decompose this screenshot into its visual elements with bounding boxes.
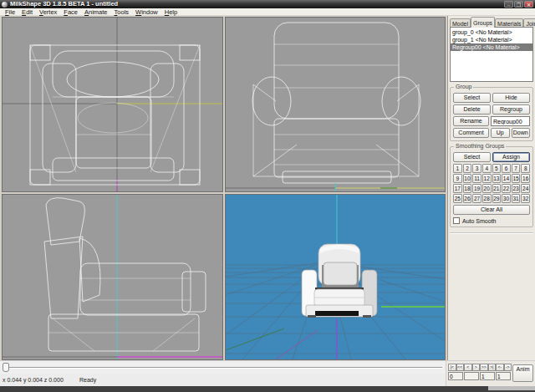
- group-list-item[interactable]: group_0 <No Material>: [451, 28, 532, 36]
- menu-edit[interactable]: Edit: [18, 8, 36, 16]
- frame-field-2[interactable]: [480, 372, 495, 380]
- group-comment-button[interactable]: Comment: [453, 128, 489, 138]
- smoothing-select-button[interactable]: Select: [453, 152, 491, 162]
- group-regroup-button[interactable]: Regroup: [492, 104, 530, 115]
- tab-groups[interactable]: Groups: [471, 17, 495, 28]
- smoothing-group-28-button[interactable]: 28: [482, 194, 492, 203]
- title-bar[interactable]: MilkShape 3D 1.8.5 BETA 1 - untitled – ❐…: [0, 0, 535, 8]
- smoothing-group-11-button[interactable]: 11: [472, 174, 482, 183]
- frame-nav-0-button[interactable]: |<: [448, 364, 456, 371]
- bottom-bar: x 0.044 y 0.004 z 0.000 Ready |<<<<>>>>|…: [0, 360, 535, 386]
- viewport-grid: [0, 16, 447, 360]
- smoothing-group-25-button[interactable]: 25: [453, 194, 462, 203]
- resize-grip[interactable]: [488, 386, 535, 390]
- frame-nav-2-button[interactable]: <: [464, 364, 472, 371]
- menu-animate[interactable]: Animate: [81, 8, 111, 16]
- smoothing-group-17-button[interactable]: 17: [453, 184, 462, 193]
- auto-smooth-label: Auto Smooth: [462, 218, 496, 224]
- smoothing-group-7-button[interactable]: 7: [512, 164, 521, 173]
- wireframe-front-view: [226, 18, 445, 191]
- groups-listbox[interactable]: group_0 <No Material>group_1 <No Materia…: [450, 27, 533, 82]
- group-name-input[interactable]: [491, 116, 530, 126]
- close-button[interactable]: ✕: [524, 1, 533, 8]
- frame-nav-5-button[interactable]: >|: [488, 364, 497, 371]
- panel-divider: [450, 232, 533, 234]
- coordinate-readout: x 0.044 y 0.004 z 0.000: [0, 377, 79, 383]
- smoothing-group-16-button[interactable]: 16: [521, 174, 530, 183]
- viewport-top-view[interactable]: [2, 17, 223, 192]
- group-list-item[interactable]: Regroup00 <No Material>: [451, 43, 532, 51]
- smoothing-group-22-button[interactable]: 22: [502, 184, 511, 193]
- menu-tools[interactable]: Tools: [111, 8, 133, 16]
- smoothing-group-19-button[interactable]: 19: [472, 184, 482, 193]
- smoothing-group-21-button[interactable]: 21: [492, 184, 502, 193]
- group-select-button[interactable]: Select: [453, 93, 491, 103]
- smoothing-group-8-button[interactable]: 8: [521, 164, 530, 173]
- main-area: Model Groups Materials Joints group_0 <N…: [0, 16, 535, 360]
- maximize-button[interactable]: ❐: [514, 1, 523, 8]
- smoothing-group-3-button[interactable]: 3: [472, 164, 482, 173]
- group-delete-button[interactable]: Delete: [453, 104, 491, 115]
- menu-vertex[interactable]: Vertex: [36, 8, 60, 16]
- clear-all-button[interactable]: Clear All: [453, 205, 530, 215]
- smoothing-group-1-button[interactable]: 1: [453, 164, 462, 173]
- viewport-3d-view[interactable]: [225, 194, 446, 360]
- frame-field-1[interactable]: [464, 372, 479, 380]
- smoothing-group-6-button[interactable]: 6: [502, 164, 511, 173]
- slider-thumb[interactable]: [3, 363, 9, 372]
- frame-field-3[interactable]: [496, 372, 511, 380]
- group-box-legend: Group: [454, 84, 473, 89]
- smoothing-group-5-button[interactable]: 5: [492, 164, 502, 173]
- smoothing-group-15-button[interactable]: 15: [512, 174, 521, 183]
- smoothing-group-14-button[interactable]: 14: [502, 174, 511, 183]
- viewport-side-view[interactable]: [2, 194, 223, 360]
- smoothing-group-32-button[interactable]: 32: [521, 194, 530, 203]
- smoothing-group-2-button[interactable]: 2: [463, 164, 472, 173]
- smoothing-group-12-button[interactable]: 12: [482, 174, 492, 183]
- smoothing-groups-box: Smoothing Groups Select Assign 123456789…: [450, 146, 533, 227]
- smoothing-group-10-button[interactable]: 10: [463, 174, 472, 183]
- anim-toggle-button[interactable]: Anim: [512, 364, 533, 382]
- frame-nav-1-button[interactable]: <<: [456, 364, 465, 371]
- group-rename-button[interactable]: Rename: [453, 116, 489, 126]
- group-hide-button[interactable]: Hide: [492, 93, 530, 103]
- status-message: Ready: [79, 377, 96, 383]
- smoothing-group-20-button[interactable]: 20: [482, 184, 492, 193]
- minimize-button[interactable]: –: [504, 1, 513, 8]
- menu-face[interactable]: Face: [60, 8, 81, 16]
- group-down-button[interactable]: Down: [512, 128, 531, 138]
- smoothing-group-18-button[interactable]: 18: [463, 184, 472, 193]
- smoothing-assign-button[interactable]: Assign: [492, 152, 530, 162]
- frame-field-0[interactable]: [448, 372, 463, 380]
- frame-nav-6-button[interactable]: <-: [496, 364, 504, 371]
- frame-nav-3-button[interactable]: >: [472, 364, 481, 371]
- menu-help[interactable]: Help: [161, 8, 181, 16]
- smoothing-group-9-button[interactable]: 9: [453, 174, 462, 183]
- smoothing-group-23-button[interactable]: 23: [512, 184, 521, 193]
- wireframe-side-view: [3, 195, 222, 359]
- smoothing-group-29-button[interactable]: 29: [492, 194, 502, 203]
- smoothing-group-30-button[interactable]: 30: [502, 194, 511, 203]
- smoothing-group-31-button[interactable]: 31: [512, 194, 521, 203]
- group-list-item[interactable]: group_1 <No Material>: [451, 36, 532, 43]
- smoothing-group-26-button[interactable]: 26: [463, 194, 472, 203]
- app-window: MilkShape 3D 1.8.5 BETA 1 - untitled – ❐…: [0, 0, 535, 392]
- smoothing-group-27-button[interactable]: 27: [472, 194, 482, 203]
- window-bottom-edge: [0, 386, 535, 392]
- frame-nav-buttons: |<<<<>>>>|<-->: [448, 364, 512, 371]
- timeline-slider[interactable]: [0, 361, 446, 374]
- menu-file[interactable]: File: [2, 8, 18, 16]
- menu-window[interactable]: Window: [132, 8, 161, 16]
- frame-nav-7-button[interactable]: ->: [504, 364, 512, 371]
- frame-nav-4-button[interactable]: >>: [480, 364, 488, 371]
- viewport-front-view[interactable]: [225, 17, 446, 192]
- smoothing-group-4-button[interactable]: 4: [482, 164, 492, 173]
- auto-smooth-checkbox[interactable]: [453, 217, 460, 224]
- armchair-3d: [302, 244, 377, 318]
- status-bar: x 0.044 y 0.004 z 0.000 Ready: [0, 374, 446, 386]
- group-up-button[interactable]: Up: [491, 128, 510, 138]
- smoothing-group-24-button[interactable]: 24: [521, 184, 530, 193]
- scene-3d: [226, 195, 445, 359]
- smoothing-group-13-button[interactable]: 13: [492, 174, 502, 183]
- menu-bar: FileEditVertexFaceAnimateToolsWindowHelp: [0, 8, 535, 16]
